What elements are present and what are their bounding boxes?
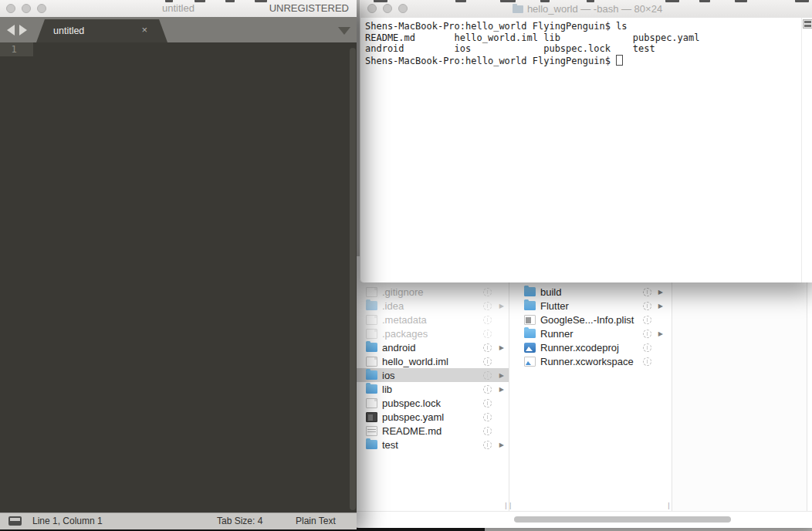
icloud-status-icon — [643, 343, 651, 352]
tab-size-indicator[interactable]: Tab Size: 4 — [217, 516, 262, 526]
file-name: android — [382, 342, 415, 353]
terminal-title: hello_world — -bash — 80×24 — [360, 3, 812, 15]
doc-icon — [366, 287, 377, 297]
icloud-status-icon — [643, 316, 651, 324]
chevron-right-icon: ▶ — [658, 330, 663, 337]
icloud-status-icon — [483, 330, 492, 338]
icloud-status-icon — [483, 441, 492, 449]
file-name: README.md — [382, 425, 442, 437]
file-name: .gitignore — [382, 286, 423, 298]
icloud-status-icon — [483, 371, 492, 380]
back-arrow-icon[interactable] — [7, 25, 15, 36]
unregistered-label: UNREGISTERED — [269, 2, 349, 14]
editor-area[interactable]: 1 — [0, 42, 357, 513]
file-row[interactable]: pubspec.yaml ▶ — [355, 410, 509, 424]
scrollbar-separator — [355, 511, 812, 512]
file-row[interactable]: .metadata ▶ — [355, 313, 509, 326]
file-row[interactable]: test ▶ — [355, 438, 509, 452]
horizontal-scrollbar-thumb[interactable] — [514, 516, 731, 523]
chevron-right-icon: ▶ — [658, 289, 663, 296]
menubar-remnant — [795, 0, 809, 2]
file-row[interactable]: .idea ▶ — [355, 299, 509, 313]
file-name: Runner.xcodeproj — [540, 342, 619, 353]
status-bar: Line 1, Column 1 Tab Size: 4 Plain Text — [0, 512, 357, 529]
chevron-right-icon: ▶ — [499, 386, 504, 393]
file-name: test — [382, 439, 398, 451]
file-row[interactable]: build ▶ — [509, 285, 672, 299]
menubar-remnant — [735, 0, 747, 2]
terminal-cursor — [616, 55, 623, 66]
panel-toggle-icon[interactable] — [8, 516, 22, 526]
file-row[interactable]: hello_world.iml ▶ — [355, 354, 509, 368]
chevron-right-icon: ▶ — [658, 303, 663, 309]
file-row[interactable]: pubspec.lock ▶ — [355, 396, 509, 410]
file-name: build — [540, 286, 561, 298]
finder-window: || || .gitignore ▶ .idea ▶ .metadata ▶ .… — [355, 256, 812, 528]
folder-icon — [513, 5, 523, 13]
menubar-remnant — [699, 0, 710, 2]
file-row[interactable]: Runner ▶ — [509, 326, 672, 340]
file-row[interactable]: Runner.xcodeproj ▶ — [509, 340, 672, 354]
icloud-status-icon — [483, 385, 492, 394]
icloud-status-icon — [483, 343, 492, 352]
line-number: 1 — [0, 44, 28, 55]
icloud-status-icon — [483, 288, 492, 296]
doc-icon — [366, 398, 377, 408]
icloud-status-icon — [643, 330, 651, 338]
menubar-remnant — [225, 0, 235, 2]
file-name: .packages — [382, 328, 428, 340]
menubar-remnant — [587, 0, 594, 2]
file-row[interactable]: ios ▶ — [355, 368, 509, 382]
file-row[interactable]: android ▶ — [355, 340, 509, 354]
tab-close-icon[interactable]: × — [141, 24, 147, 36]
menubar-remnant — [455, 0, 466, 2]
file-row[interactable]: .gitignore ▶ — [355, 285, 509, 299]
finder-column-1: .gitignore ▶ .idea ▶ .metadata ▶ .packag… — [355, 285, 509, 511]
file-row[interactable]: GoogleSe...-Info.plist ▶ — [509, 313, 672, 326]
file-name: lib — [382, 384, 392, 395]
file-name: pubspec.yaml — [382, 411, 444, 423]
xcworkspace-icon — [524, 357, 536, 367]
icloud-status-icon — [483, 357, 492, 366]
finder-column-divider[interactable] — [807, 256, 807, 511]
icloud-status-icon — [483, 427, 492, 435]
chevron-right-icon: ▶ — [499, 441, 504, 448]
readme-icon — [366, 426, 377, 436]
file-name: ios — [382, 370, 395, 381]
file-row[interactable]: Flutter ▶ — [509, 299, 672, 313]
file-row[interactable]: README.md ▶ — [355, 424, 509, 438]
menubar-remnant — [195, 0, 205, 2]
tab-bar: untitled × — [0, 17, 357, 42]
plist-icon — [524, 315, 536, 325]
icloud-status-icon — [483, 413, 492, 421]
folder-icon — [524, 329, 536, 338]
tab-untitled[interactable]: untitled × — [36, 19, 167, 42]
chevron-right-icon: ▶ — [499, 344, 504, 351]
tab-list-dropdown-icon[interactable] — [338, 27, 350, 35]
icloud-status-icon — [483, 316, 492, 324]
file-row[interactable]: Runner.xcworkspace ▶ — [509, 354, 672, 368]
menubar-remnant — [165, 0, 173, 2]
folder-icon — [366, 370, 377, 380]
file-row[interactable]: .packages ▶ — [355, 326, 509, 340]
menubar-remnant — [255, 0, 267, 2]
split-pane-icon[interactable] — [803, 19, 812, 29]
sublime-titlebar[interactable]: untitled UNREGISTERED — [0, 0, 357, 18]
vertical-scrollbar[interactable] — [350, 48, 356, 510]
syntax-indicator[interactable]: Plain Text — [296, 516, 336, 526]
sublime-window: untitled UNREGISTERED untitled × 1 Line … — [0, 0, 357, 529]
icloud-status-icon — [643, 302, 651, 310]
file-row[interactable]: lib ▶ — [355, 382, 509, 396]
folder-icon — [366, 301, 377, 310]
folder-icon — [366, 384, 377, 394]
forward-arrow-icon[interactable] — [19, 25, 27, 36]
terminal-content[interactable]: Shens-MacBook-Pro:hello_world FlyingPeng… — [360, 18, 812, 282]
file-name: Runner — [540, 328, 573, 340]
terminal-output: Shens-MacBook-Pro:hello_world FlyingPeng… — [360, 18, 812, 69]
terminal-prompt: Shens-MacBook-Pro:hello_world FlyingPeng… — [365, 56, 616, 66]
icloud-status-icon — [483, 399, 492, 408]
terminal-titlebar[interactable]: hello_world — -bash — 80×24 — [360, 0, 812, 19]
chevron-right-icon: ▶ — [499, 372, 504, 379]
finder-column-3 — [672, 285, 807, 511]
cursor-position: Line 1, Column 1 — [32, 516, 103, 526]
